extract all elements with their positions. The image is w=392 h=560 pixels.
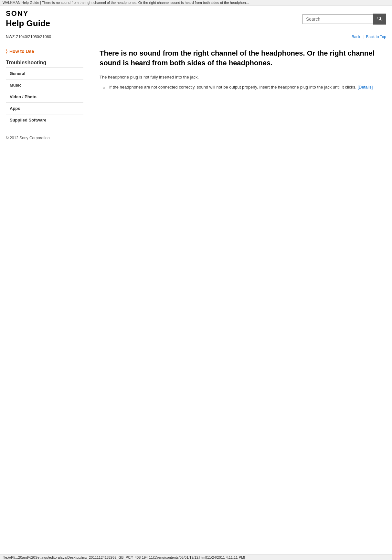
copyright-text: © 2012 Sony Corporation — [6, 136, 83, 140]
sidebar-item-general[interactable]: General — [6, 68, 83, 79]
nav-separator: | — [363, 35, 364, 39]
content-body: The headphone plug is not fully inserted… — [100, 74, 386, 91]
how-to-use-label: How to Use — [9, 49, 34, 54]
header: SONY Help Guide — [0, 5, 392, 32]
back-to-top-link[interactable]: Back to Top — [366, 35, 386, 39]
sidebar-item-supplied-software[interactable]: Supplied Software — [6, 114, 83, 126]
content-divider — [100, 96, 386, 96]
nav-bar: NWZ-Z1040/Z1050/Z1060 Back | Back to Top — [0, 32, 392, 42]
nav-links: Back | Back to Top — [352, 35, 386, 39]
bullet-dot-icon: ○ — [103, 85, 107, 91]
search-icon — [377, 16, 383, 22]
details-link[interactable]: [Details] — [357, 85, 373, 90]
sidebar-item-apps[interactable]: Apps — [6, 103, 83, 114]
help-guide-title: Help Guide — [6, 18, 50, 28]
search-input[interactable] — [302, 14, 374, 24]
sidebar: 〉 How to Use Troubleshooting General Mus… — [6, 48, 90, 140]
chevron-right-icon: 〉 — [6, 48, 7, 54]
main-layout: 〉 How to Use Troubleshooting General Mus… — [0, 42, 392, 147]
content-title: There is no sound from the right channel… — [100, 48, 386, 68]
header-left: SONY Help Guide — [6, 9, 50, 28]
sidebar-item-music[interactable]: Music — [6, 79, 83, 91]
sony-logo: SONY — [6, 9, 50, 18]
breadcrumb: NWZ-Z1040/Z1050/Z1060 — [6, 35, 51, 39]
bullet-text-1: If the headphones are not connected corr… — [109, 84, 386, 91]
troubleshooting-section-title: Troubleshooting — [6, 60, 83, 68]
search-area — [302, 14, 386, 25]
content-area: There is no sound from the right channel… — [90, 48, 386, 140]
back-link[interactable]: Back — [352, 35, 360, 39]
sidebar-items-list: General Music Video / Photo Apps Supplie… — [6, 68, 83, 126]
browser-title-bar: WALKMAN Help Guide | There is no sound f… — [0, 0, 392, 5]
bullet-item-1: ○ If the headphones are not connected co… — [100, 84, 386, 91]
how-to-use-nav-item[interactable]: 〉 How to Use — [6, 48, 83, 54]
sidebar-item-video-photo[interactable]: Video / Photo — [6, 91, 83, 103]
content-paragraph1: The headphone plug is not fully inserted… — [100, 74, 386, 81]
search-button[interactable] — [373, 14, 386, 25]
